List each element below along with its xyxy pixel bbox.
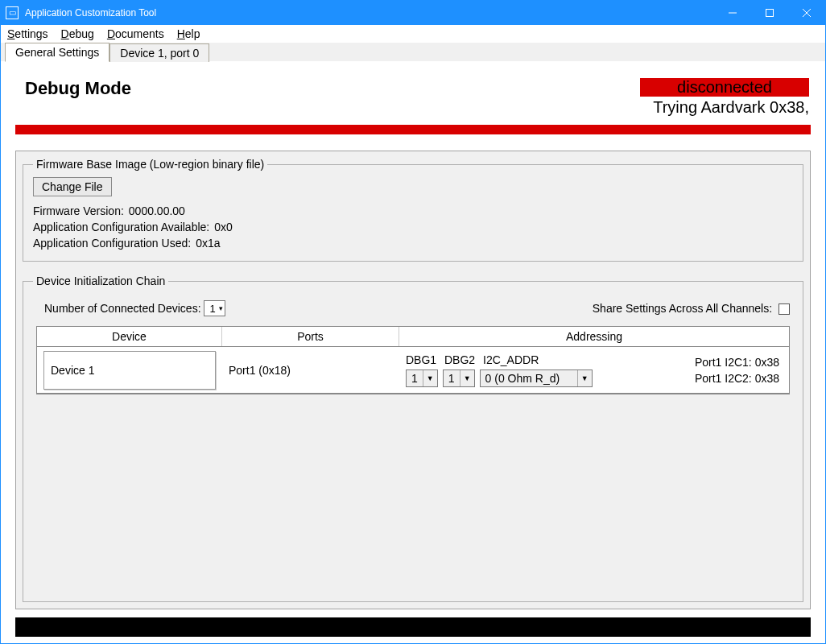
- dbg2-value: 1: [444, 372, 460, 385]
- num-devices-label: Number of Connected Devices:: [44, 302, 201, 315]
- bottom-black-bar: [15, 617, 811, 637]
- appcfg-used-value: 0x1a: [196, 237, 220, 250]
- tabstrip: General Settings Device 1, port 0: [1, 43, 825, 62]
- firmware-legend: Firmware Base Image (Low-region binary f…: [33, 158, 267, 171]
- addressing-controls: DBG1 DBG2 I2C_ADDR 1 ▼: [406, 353, 593, 387]
- num-devices-row: Number of Connected Devices: 1 ▾: [44, 300, 225, 316]
- port1-i2c1: Port1 I2C1: 0x38: [695, 356, 779, 369]
- tab-device-1-port-0[interactable]: Device 1, port 0: [109, 43, 209, 62]
- dbg1-label: DBG1: [406, 353, 440, 366]
- th-device: Device: [37, 327, 222, 346]
- share-settings-checkbox[interactable]: [779, 303, 790, 315]
- dbg1-value: 1: [407, 372, 423, 385]
- appcfg-avail-value: 0x0: [214, 221, 233, 233]
- firmware-version-value: 0000.00.00: [129, 204, 185, 217]
- share-settings-label: Share Settings Across All Channels:: [593, 302, 772, 315]
- th-ports: Ports: [222, 327, 399, 346]
- port1-i2c2: Port1 I2C2: 0x38: [695, 372, 779, 385]
- device-table: Device Ports Addressing Device 1 Port1 (…: [36, 326, 790, 394]
- table-header: Device Ports Addressing: [37, 327, 789, 347]
- th-addressing: Addressing: [399, 327, 789, 346]
- connection-status-badge: disconnected: [640, 78, 809, 97]
- maximize-button[interactable]: [751, 1, 788, 25]
- addressing-readout: Port1 I2C1: 0x38 Port1 I2C2: 0x38: [695, 356, 779, 385]
- chevron-down-icon: ▼: [460, 370, 474, 386]
- dbg1-select[interactable]: 1 ▼: [406, 369, 438, 387]
- num-devices-select[interactable]: 1 ▾: [204, 300, 225, 316]
- i2caddr-value: 0 (0 Ohm R_d): [481, 372, 577, 385]
- change-file-button[interactable]: Change File: [33, 177, 112, 196]
- firmware-fieldset: Firmware Base Image (Low-region binary f…: [23, 158, 803, 262]
- svg-rect-1: [766, 10, 774, 17]
- device-chain-fieldset: Device Initialization Chain Number of Co…: [23, 275, 803, 602]
- dbg2-select[interactable]: 1 ▼: [443, 369, 475, 387]
- chevron-down-icon: ▼: [577, 370, 592, 386]
- device-name: Device 1: [51, 364, 94, 377]
- minimize-button[interactable]: [714, 1, 751, 25]
- table-row: Device 1 Port1 (0x18) DBG1 DBG2 I: [37, 347, 789, 394]
- app-icon: ▭: [6, 6, 19, 19]
- ports-value: Port1 (0x18): [229, 364, 291, 377]
- appcfg-used-label: Application Configuration Used:: [33, 237, 191, 250]
- page-title: Debug Mode: [25, 78, 131, 99]
- titlebar: ▭ Application Customization Tool: [1, 1, 825, 25]
- chevron-down-icon: ▾: [219, 304, 223, 312]
- status-block: disconnected Trying Aardvark 0x38,: [640, 78, 809, 117]
- app-window: ▭ Application Customization Tool Setting…: [0, 0, 826, 644]
- dbg2-label: DBG2: [444, 353, 478, 366]
- main-panel: Firmware Base Image (Low-region binary f…: [15, 151, 811, 609]
- header-row: Debug Mode disconnected Trying Aardvark …: [1, 62, 825, 117]
- connection-status-detail: Trying Aardvark 0x38,: [640, 98, 809, 117]
- chevron-down-icon: ▼: [423, 370, 437, 386]
- menu-help[interactable]: Help: [177, 27, 200, 40]
- device-cell[interactable]: Device 1: [43, 351, 216, 390]
- appcfg-avail-label: Application Configuration Available:: [33, 221, 209, 233]
- window-title: Application Customization Tool: [25, 7, 714, 19]
- menu-debug[interactable]: Debug: [61, 27, 94, 40]
- window-buttons: [714, 1, 825, 25]
- menu-settings[interactable]: Settings: [7, 27, 48, 40]
- i2caddr-label: I2C_ADDR: [483, 353, 539, 366]
- num-devices-value: 1: [209, 303, 215, 315]
- menubar: Settings Debug Documents Help: [1, 25, 825, 43]
- tab-content: Debug Mode disconnected Trying Aardvark …: [1, 62, 825, 643]
- share-settings-row: Share Settings Across All Channels:: [593, 302, 790, 315]
- tab-general-settings[interactable]: General Settings: [5, 43, 109, 62]
- red-divider: [15, 125, 811, 134]
- close-button[interactable]: [788, 1, 825, 25]
- firmware-version-label: Firmware Version:: [33, 204, 124, 217]
- device-chain-legend: Device Initialization Chain: [33, 275, 168, 287]
- i2caddr-select[interactable]: 0 (0 Ohm R_d) ▼: [480, 369, 593, 387]
- menu-documents[interactable]: Documents: [107, 27, 164, 40]
